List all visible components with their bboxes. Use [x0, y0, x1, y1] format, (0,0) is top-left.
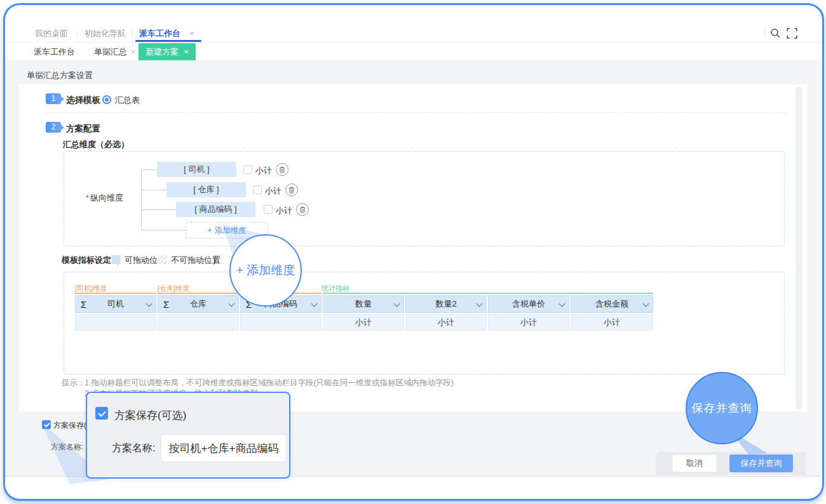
step-badge-2: 2	[46, 122, 61, 133]
step-1-label: 选择模板	[66, 95, 100, 106]
grid-subrow-cell	[158, 314, 239, 331]
grid-subrow-cell	[75, 314, 156, 331]
chevron-down-icon[interactable]	[394, 302, 399, 307]
magnified-save-query-label: 保存并查询	[692, 401, 752, 416]
tree-line	[141, 190, 166, 190]
subtotal-checkbox[interactable]	[243, 165, 252, 174]
column-label: 数量	[323, 298, 403, 310]
vertical-dimension-label: *纵向维度	[86, 192, 123, 204]
search-icon[interactable]	[770, 28, 781, 39]
grid-header-driver[interactable]: Σ 司机	[75, 295, 156, 313]
popup-plan-name-label: 方案名称:	[112, 442, 155, 455]
hint-line1: 1.拖动标题栏可以调整布局，不可跨维度或指标区域拖动栏目字段(只能在同一维度或指…	[85, 378, 454, 388]
subtab-doc-summary[interactable]: 单据汇总×	[94, 43, 136, 61]
grid-subtotal-cell: 小计	[405, 314, 487, 331]
hint-prefix: 提示：	[62, 378, 86, 388]
grid-header-tax-amount[interactable]: 含税金额	[571, 295, 653, 313]
top-tab-init-nav[interactable]: 初始化导航	[85, 25, 126, 42]
radio-summary-table[interactable]	[102, 95, 111, 104]
required-mark: *	[86, 193, 89, 202]
magnified-save-query-bubble[interactable]: 保存并查询	[686, 372, 758, 444]
step-badge-1: 1	[46, 93, 61, 104]
chevron-down-icon[interactable]	[643, 302, 648, 307]
tree-line	[141, 169, 157, 170]
trash-icon	[279, 166, 285, 173]
column-label: 含税单价	[489, 298, 569, 310]
popup-save-plan-checkbox[interactable]	[95, 407, 108, 420]
section-divider	[46, 112, 788, 113]
radio-dot	[105, 98, 109, 102]
delete-dimension-button[interactable]	[296, 203, 309, 216]
column-label: 司机	[76, 298, 156, 310]
subtotal-checkbox[interactable]	[264, 205, 273, 214]
save-and-query-button[interactable]: 保存并查询	[729, 454, 793, 472]
sigma-icon: Σ	[163, 299, 169, 310]
sigma-icon: Σ	[81, 299, 86, 310]
group-label-driver: [司机]维度	[75, 284, 107, 293]
chevron-down-icon[interactable]	[229, 302, 234, 307]
chevron-down-icon[interactable]	[477, 302, 482, 307]
grid-header-warehouse[interactable]: Σ 仓库	[158, 295, 239, 313]
page-title: 单据汇总方案设置	[27, 70, 93, 81]
group-underline	[323, 293, 653, 294]
chevron-down-icon[interactable]	[559, 302, 564, 307]
close-icon[interactable]: ×	[184, 47, 189, 56]
scrollbar[interactable]	[796, 87, 802, 409]
subtab-dispatch-workbench[interactable]: 派车工作台	[34, 43, 75, 61]
grid-header-quantity2[interactable]: 数量2	[405, 295, 487, 313]
tree-line	[141, 169, 142, 230]
group-underline	[158, 293, 239, 294]
radio-summary-table-label[interactable]: 汇总表	[115, 95, 140, 106]
group-underline	[75, 293, 156, 294]
top-tab-my-desktop[interactable]: 我的桌面	[35, 25, 68, 42]
subtab-new-plan[interactable]: 新建方案 ×	[139, 43, 196, 60]
grid-subrow-cell	[240, 314, 322, 331]
draggable-swatch	[112, 255, 121, 264]
step-2-label: 方案配置	[66, 123, 100, 135]
cancel-button[interactable]: 取消	[672, 454, 717, 472]
grid-subtotal-cell: 小计	[488, 314, 569, 331]
grid-subtotal-cell: 小计	[323, 314, 404, 331]
close-icon[interactable]: ×	[131, 47, 136, 56]
vertical-dimension-text: 纵向维度	[90, 193, 123, 202]
dimension-field-warehouse[interactable]: [ 仓库 ]	[166, 182, 246, 197]
dimension-field-driver[interactable]: [ 司机 ]	[157, 162, 236, 177]
column-label: 含税金额	[571, 298, 653, 310]
column-label: 仓库	[158, 298, 238, 310]
grid-subtotal-cell: 小计	[571, 314, 653, 331]
dimension-field-product-code[interactable]: [ 商品编码 ]	[176, 202, 255, 217]
delete-dimension-button[interactable]	[285, 183, 298, 196]
popup-plan-name-input[interactable]	[161, 434, 287, 462]
subtab-new-plan-label: 新建方案	[146, 47, 179, 56]
subtotal-label: 小计	[265, 185, 281, 197]
delete-dimension-button[interactable]	[276, 163, 288, 176]
tree-line	[141, 209, 176, 210]
subtotal-label: 小计	[276, 205, 292, 216]
chevron-down-icon[interactable]	[146, 302, 151, 307]
popup-save-plan-label: 方案保存(可选)	[114, 408, 186, 423]
chevron-down-icon[interactable]	[311, 302, 316, 307]
subtotal-label: 小计	[255, 165, 272, 176]
group-label-statistics: 统计指标	[322, 284, 349, 293]
template-indicator-label: 模板指标设定（	[62, 255, 119, 266]
subtab-doc-summary-label: 单据汇总	[94, 47, 127, 56]
tabbar-divider	[5, 42, 821, 43]
trash-icon	[299, 206, 306, 213]
magnified-add-dimension-bubble[interactable]: + 添加维度	[229, 234, 302, 307]
subtotal-checkbox[interactable]	[253, 185, 262, 194]
not-draggable-swatch	[158, 255, 167, 264]
fullscreen-icon[interactable]	[787, 28, 797, 39]
tab-separator	[132, 30, 132, 38]
tab-separator	[764, 27, 765, 36]
grid-header-quantity[interactable]: 数量	[323, 295, 404, 313]
tree-line	[141, 230, 186, 230]
magnified-add-dimension-label: + 添加维度	[236, 262, 295, 279]
column-label: 数量2	[406, 298, 486, 310]
grid-header-tax-price[interactable]: 含税单价	[488, 295, 569, 313]
group-label-warehouse: [仓库]维度	[158, 284, 189, 293]
tab-separator	[77, 30, 78, 38]
trash-icon	[288, 187, 295, 194]
dimension-section-label: 汇总维度（必选）	[63, 139, 129, 150]
